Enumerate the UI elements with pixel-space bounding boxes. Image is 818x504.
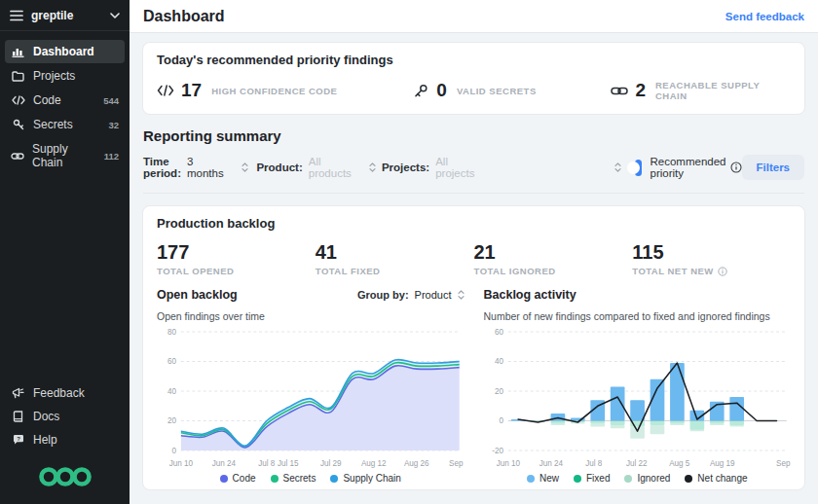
backlog-totals-row: 177 TOTAL OPENED 41 TOTAL FIXED 21 TOTAL… [157, 241, 791, 276]
sidebar-item-help[interactable]: ? Help [5, 428, 125, 451]
legend-label: Ignored [637, 473, 670, 484]
reporting-summary-title: Reporting summary [143, 127, 804, 144]
sidebar-item-projects[interactable]: Projects [5, 64, 125, 88]
svg-text:Jun 10: Jun 10 [169, 458, 194, 468]
sidebar-item-secrets[interactable]: Secrets 32 [5, 113, 125, 136]
legend-dot [574, 475, 581, 483]
stat-value: 17 [181, 80, 202, 101]
stat-valid-secrets[interactable]: 0 VALID SECRETS [412, 80, 611, 101]
sidebar-item-label: Supply Chain [32, 142, 96, 169]
sidebar-item-docs[interactable]: Docs [5, 405, 125, 428]
sidebar-item-dashboard[interactable]: Dashboard [5, 40, 125, 63]
sidebar-item-feedback[interactable]: Feedback [5, 381, 125, 405]
org-switcher[interactable]: greptile [0, 0, 130, 31]
stat-high-confidence-code[interactable]: 17 HIGH CONFIDENCE CODE [157, 80, 412, 101]
svg-text:60: 60 [167, 356, 176, 366]
svg-text:Jul 8: Jul 8 [585, 458, 603, 468]
updown-icon [242, 162, 248, 172]
updown-icon [614, 162, 621, 172]
legend-dot [271, 475, 279, 483]
open-backlog-title: Open backlog [157, 288, 238, 302]
chain-link-icon [11, 152, 24, 161]
stat-label: TOTAL NET NEW [632, 266, 714, 276]
stat-reachable-supply-chain[interactable]: 2 REACHABLE SUPPLY CHAIN [611, 80, 791, 101]
filter-value: All products [309, 156, 352, 179]
sidebar-item-code[interactable]: Code 544 [5, 89, 125, 112]
stat-total-ignored: 21 TOTAL IGNORED [474, 241, 633, 276]
stat-total-net-new: 115 TOTAL NET NEW [632, 241, 791, 276]
group-by-value: Product [415, 289, 452, 301]
projects-select[interactable]: Projects: All projects [382, 156, 621, 179]
chain-icon [611, 86, 628, 96]
info-icon[interactable] [718, 267, 727, 276]
stat-label: TOTAL FIXED [316, 266, 381, 276]
stat-value: 177 [157, 241, 316, 264]
legend-dot [624, 475, 632, 483]
stat-value: 21 [474, 241, 633, 264]
backlog-activity-chart: -200204060Jun 10Jun 24Jul 8Jul 22Aug 5Au… [484, 324, 792, 472]
svg-text:20: 20 [495, 386, 503, 396]
legend-label: Net change [697, 473, 747, 484]
supply-chain-count-badge: 112 [104, 151, 119, 162]
filters-button[interactable]: Filters [742, 155, 805, 180]
stat-total-opened: 177 TOTAL OPENED [157, 241, 316, 276]
key-icon [11, 119, 25, 130]
product-select[interactable]: Product: All products [256, 156, 375, 179]
filter-row: Time period: 3 months Product: All produ… [143, 155, 804, 180]
priority-findings-card: Today's recommended priority findings 17… [142, 42, 805, 115]
priority-stats-row: 17 HIGH CONFIDENCE CODE 0 VALID SECRETS … [157, 80, 791, 101]
help-chat-icon: ? [11, 434, 25, 446]
main-area: Dashboard Send feedback Today's recommen… [130, 0, 818, 504]
legend-item: Ignored [624, 473, 670, 484]
svg-text:Jul 29: Jul 29 [320, 458, 342, 468]
megaphone-icon [11, 387, 25, 399]
reporting-summary-section: Reporting summary Time period: 3 months … [143, 127, 804, 194]
svg-text:60: 60 [495, 327, 503, 337]
code-icon [157, 85, 174, 96]
sidebar-item-label: Feedback [33, 386, 85, 400]
svg-text:Jul 22: Jul 22 [625, 458, 647, 468]
sidebar-item-supply-chain[interactable]: Supply Chain 112 [5, 137, 125, 174]
send-feedback-link[interactable]: Send feedback [725, 11, 804, 22]
hamburger-menu-icon[interactable] [10, 10, 23, 21]
group-by-select[interactable]: Group by: Product [357, 289, 464, 301]
legend-item: Code [220, 473, 256, 484]
stat-label: TOTAL OPENED [157, 266, 234, 276]
filter-label: Projects: [382, 162, 429, 173]
svg-text:Jun 10: Jun 10 [496, 458, 520, 468]
sidebar-item-label: Docs [33, 410, 59, 423]
code-icon [11, 95, 25, 105]
legend-item: Net change [685, 473, 747, 484]
svg-text:0: 0 [172, 446, 177, 455]
stat-label: REACHABLE SUPPLY CHAIN [655, 80, 791, 101]
legend-dot [330, 475, 338, 483]
legend-dot [527, 475, 535, 483]
time-period-select[interactable]: Time period: 3 months [143, 156, 248, 179]
code-count-badge: 544 [103, 95, 119, 106]
svg-text:Sep 9: Sep 9 [776, 458, 791, 468]
info-icon[interactable] [730, 162, 742, 173]
dashboard-chart-icon [11, 46, 25, 57]
backlog-activity-legend: NewFixedIgnoredNet change [484, 473, 792, 484]
production-backlog-title: Production backlog [157, 216, 791, 231]
stat-value: 2 [635, 80, 646, 101]
backlog-activity-title: Backlog activity [484, 288, 576, 302]
recommended-priority-toggle[interactable] [635, 160, 641, 176]
stat-label: TOTAL IGNORED [474, 266, 556, 276]
sidebar-footer: Feedback Docs ? Help [0, 381, 130, 504]
page-title: Dashboard [143, 8, 225, 25]
svg-text:40: 40 [167, 386, 176, 396]
sidebar-item-label: Secrets [33, 118, 73, 131]
stat-label: VALID SECRETS [457, 86, 537, 96]
book-icon [11, 411, 25, 422]
stat-value: 0 [436, 80, 447, 101]
stat-value: 115 [632, 241, 791, 264]
legend-item: Secrets [271, 473, 316, 484]
key-icon [412, 84, 429, 98]
filter-value: 3 months [187, 156, 224, 179]
filter-label: Time period: [143, 156, 181, 179]
svg-text:Jul 15: Jul 15 [278, 458, 299, 468]
legend-dot [685, 475, 692, 483]
org-name: greptile [31, 9, 102, 22]
svg-text:Jul 8: Jul 8 [258, 458, 276, 468]
